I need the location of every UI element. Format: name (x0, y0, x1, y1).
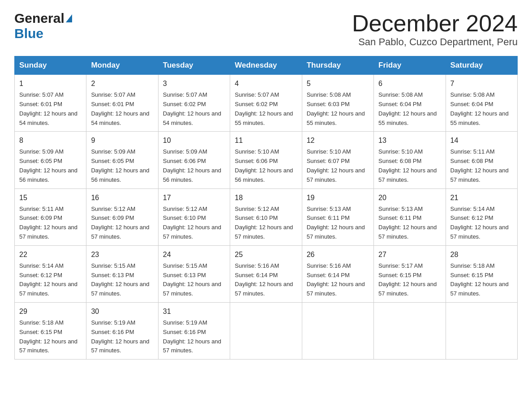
day-number: 6 (378, 78, 441, 89)
day-number: 16 (91, 193, 153, 203)
calendar-week-row: 1Sunrise: 5:07 AMSunset: 6:01 PMDaylight… (15, 75, 518, 132)
calendar-cell (374, 302, 446, 359)
calendar-week-row: 22Sunrise: 5:14 AMSunset: 6:12 PMDayligh… (15, 245, 518, 302)
logo-general-text: General (14, 11, 64, 26)
day-info: Sunrise: 5:10 AMSunset: 6:08 PMDaylight:… (378, 147, 441, 184)
day-info: Sunrise: 5:16 AMSunset: 6:14 PMDaylight:… (307, 261, 369, 299)
day-info: Sunrise: 5:09 AMSunset: 6:05 PMDaylight:… (91, 147, 153, 184)
day-number: 3 (163, 78, 225, 89)
calendar-week-row: 8Sunrise: 5:09 AMSunset: 6:05 PMDaylight… (15, 132, 518, 188)
day-info: Sunrise: 5:14 AMSunset: 6:12 PMDaylight:… (450, 205, 513, 242)
calendar-cell: 7Sunrise: 5:08 AMSunset: 6:04 PMDaylight… (446, 75, 517, 132)
day-number: 22 (19, 249, 82, 260)
day-info: Sunrise: 5:09 AMSunset: 6:06 PMDaylight:… (163, 147, 225, 184)
calendar-cell: 23Sunrise: 5:15 AMSunset: 6:13 PMDayligh… (86, 245, 158, 302)
page-subtitle: San Pablo, Cuzco Department, Peru (352, 36, 518, 48)
day-info: Sunrise: 5:15 AMSunset: 6:13 PMDaylight:… (163, 261, 225, 299)
calendar-cell: 4Sunrise: 5:07 AMSunset: 6:02 PMDaylight… (230, 75, 302, 132)
calendar-cell: 25Sunrise: 5:16 AMSunset: 6:14 PMDayligh… (230, 245, 302, 302)
header-cell-tuesday: Tuesday (158, 56, 230, 75)
day-number: 9 (91, 135, 153, 146)
day-number: 19 (307, 193, 369, 203)
calendar-cell: 9Sunrise: 5:09 AMSunset: 6:05 PMDaylight… (86, 132, 158, 188)
logo: General Blue (14, 11, 72, 41)
day-number: 29 (19, 306, 82, 317)
day-number: 4 (235, 78, 297, 89)
header-cell-saturday: Saturday (446, 56, 517, 75)
day-info: Sunrise: 5:10 AMSunset: 6:06 PMDaylight:… (235, 147, 297, 184)
day-number: 7 (450, 78, 513, 89)
calendar-cell: 16Sunrise: 5:12 AMSunset: 6:09 PMDayligh… (86, 188, 158, 245)
day-number: 8 (19, 135, 82, 146)
calendar-cell: 20Sunrise: 5:13 AMSunset: 6:11 PMDayligh… (374, 188, 446, 245)
page-header: General Blue December 2024 San Pablo, Cu… (14, 11, 518, 48)
calendar-cell (302, 302, 373, 359)
calendar-cell: 14Sunrise: 5:11 AMSunset: 6:08 PMDayligh… (446, 132, 517, 188)
day-info: Sunrise: 5:15 AMSunset: 6:13 PMDaylight:… (91, 261, 153, 299)
header-row: SundayMondayTuesdayWednesdayThursdayFrid… (15, 56, 518, 75)
day-info: Sunrise: 5:19 AMSunset: 6:16 PMDaylight:… (91, 318, 153, 355)
calendar-cell: 18Sunrise: 5:12 AMSunset: 6:10 PMDayligh… (230, 188, 302, 245)
logo-blue-text: Blue (14, 26, 43, 41)
day-number: 5 (307, 78, 369, 89)
day-info: Sunrise: 5:13 AMSunset: 6:11 PMDaylight:… (307, 205, 369, 242)
day-number: 11 (235, 135, 297, 146)
logo-arrow-icon (66, 14, 72, 22)
day-info: Sunrise: 5:07 AMSunset: 6:02 PMDaylight:… (235, 90, 297, 128)
calendar-cell: 19Sunrise: 5:13 AMSunset: 6:11 PMDayligh… (302, 188, 373, 245)
day-info: Sunrise: 5:11 AMSunset: 6:08 PMDaylight:… (450, 147, 513, 184)
day-number: 18 (235, 193, 297, 203)
header-cell-wednesday: Wednesday (230, 56, 302, 75)
calendar-cell: 12Sunrise: 5:10 AMSunset: 6:07 PMDayligh… (302, 132, 373, 188)
day-info: Sunrise: 5:13 AMSunset: 6:11 PMDaylight:… (378, 205, 441, 242)
calendar-cell: 1Sunrise: 5:07 AMSunset: 6:01 PMDaylight… (15, 75, 86, 132)
day-info: Sunrise: 5:07 AMSunset: 6:01 PMDaylight:… (91, 90, 153, 128)
day-info: Sunrise: 5:19 AMSunset: 6:16 PMDaylight:… (163, 318, 225, 355)
day-number: 28 (450, 249, 513, 260)
day-number: 30 (91, 306, 153, 317)
day-info: Sunrise: 5:08 AMSunset: 6:04 PMDaylight:… (450, 90, 513, 128)
calendar-cell: 15Sunrise: 5:11 AMSunset: 6:09 PMDayligh… (15, 188, 86, 245)
day-number: 15 (19, 193, 82, 203)
day-number: 25 (235, 249, 297, 260)
day-number: 23 (91, 249, 153, 260)
day-number: 13 (378, 135, 441, 146)
header-cell-sunday: Sunday (15, 56, 86, 75)
calendar-cell: 29Sunrise: 5:18 AMSunset: 6:15 PMDayligh… (15, 302, 86, 359)
day-number: 21 (450, 193, 513, 203)
day-info: Sunrise: 5:14 AMSunset: 6:12 PMDaylight:… (19, 261, 82, 299)
calendar-cell: 26Sunrise: 5:16 AMSunset: 6:14 PMDayligh… (302, 245, 373, 302)
calendar-cell: 31Sunrise: 5:19 AMSunset: 6:16 PMDayligh… (158, 302, 230, 359)
day-info: Sunrise: 5:09 AMSunset: 6:05 PMDaylight:… (19, 147, 82, 184)
day-info: Sunrise: 5:12 AMSunset: 6:10 PMDaylight:… (235, 205, 297, 242)
day-number: 17 (163, 193, 225, 203)
day-number: 26 (307, 249, 369, 260)
calendar-cell: 8Sunrise: 5:09 AMSunset: 6:05 PMDaylight… (15, 132, 86, 188)
day-info: Sunrise: 5:08 AMSunset: 6:04 PMDaylight:… (378, 90, 441, 128)
day-number: 10 (163, 135, 225, 146)
day-number: 27 (378, 249, 441, 260)
day-info: Sunrise: 5:10 AMSunset: 6:07 PMDaylight:… (307, 147, 369, 184)
calendar-body: 1Sunrise: 5:07 AMSunset: 6:01 PMDaylight… (15, 75, 518, 360)
calendar-header: SundayMondayTuesdayWednesdayThursdayFrid… (15, 56, 518, 75)
calendar-cell: 3Sunrise: 5:07 AMSunset: 6:02 PMDaylight… (158, 75, 230, 132)
header-cell-monday: Monday (86, 56, 158, 75)
calendar-cell: 13Sunrise: 5:10 AMSunset: 6:08 PMDayligh… (374, 132, 446, 188)
calendar-table: SundayMondayTuesdayWednesdayThursdayFrid… (14, 56, 518, 360)
header-cell-friday: Friday (374, 56, 446, 75)
day-number: 31 (163, 306, 225, 317)
calendar-cell: 2Sunrise: 5:07 AMSunset: 6:01 PMDaylight… (86, 75, 158, 132)
title-block: December 2024 San Pablo, Cuzco Departmen… (352, 11, 518, 48)
calendar-week-row: 29Sunrise: 5:18 AMSunset: 6:15 PMDayligh… (15, 302, 518, 359)
calendar-cell: 17Sunrise: 5:12 AMSunset: 6:10 PMDayligh… (158, 188, 230, 245)
day-info: Sunrise: 5:08 AMSunset: 6:03 PMDaylight:… (307, 90, 369, 128)
day-number: 14 (450, 135, 513, 146)
calendar-cell: 21Sunrise: 5:14 AMSunset: 6:12 PMDayligh… (446, 188, 517, 245)
header-cell-thursday: Thursday (302, 56, 373, 75)
calendar-cell (446, 302, 517, 359)
day-number: 2 (91, 78, 153, 89)
day-info: Sunrise: 5:12 AMSunset: 6:09 PMDaylight:… (91, 205, 153, 242)
calendar-cell: 28Sunrise: 5:18 AMSunset: 6:15 PMDayligh… (446, 245, 517, 302)
calendar-cell: 10Sunrise: 5:09 AMSunset: 6:06 PMDayligh… (158, 132, 230, 188)
day-info: Sunrise: 5:12 AMSunset: 6:10 PMDaylight:… (163, 205, 225, 242)
